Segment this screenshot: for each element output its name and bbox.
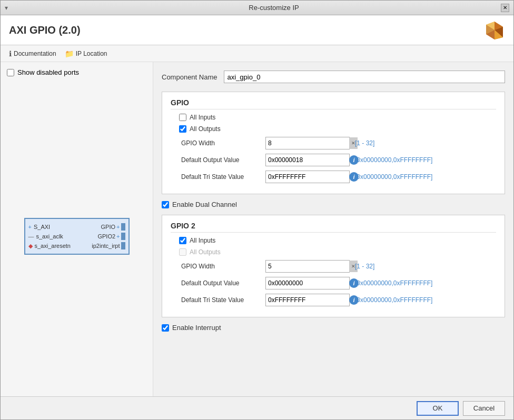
- gpio2-width-wrap: ✕ [1 - 32]: [265, 260, 374, 273]
- gpio2-default-tristate-row: Default Tri State Value i [0x00000000,0x…: [171, 294, 496, 306]
- cancel-button[interactable]: Cancel: [463, 401, 505, 416]
- default-output-input[interactable]: [266, 155, 349, 165]
- port-dash-2: —: [28, 233, 34, 239]
- gpio2-default-tristate-label: Default Tri State Value: [181, 296, 265, 304]
- close-button[interactable]: ✕: [501, 4, 509, 12]
- gpio-title: GPIO: [171, 98, 496, 109]
- component-name-label: Component Name: [162, 73, 218, 81]
- enable-dual-label: Enable Dual Channel: [172, 201, 237, 208]
- port-connector-2: +: [116, 233, 120, 239]
- default-output-range: [0x00000000,0xFFFFFFFF]: [355, 156, 432, 164]
- gpio2-width-field: ✕: [265, 260, 350, 273]
- default-tristate-row: Default Tri State Value i [0x00000000,0x…: [171, 171, 496, 183]
- port-bar-2: [121, 233, 125, 240]
- show-disabled-label: Show disabled ports: [17, 68, 79, 76]
- gpio-section: GPIO All Inputs All Outputs GPIO Width: [162, 92, 505, 194]
- gpio2-section: GPIO 2 All Inputs All Outputs GPIO Width: [162, 215, 505, 317]
- bottom-bar: OK Cancel: [1, 396, 513, 419]
- gpio2-default-tristate-field: i: [265, 294, 350, 306]
- enable-interrupt-checkbox[interactable]: [162, 324, 169, 332]
- right-panel: Component Name GPIO All Inputs All Outpu…: [153, 62, 513, 396]
- default-tristate-input[interactable]: [266, 172, 349, 182]
- gpio-width-field: ✕: [265, 137, 350, 149]
- component-name-row: Component Name: [162, 71, 505, 83]
- port-name-1: S_AXI: [34, 224, 50, 230]
- component-block: + S_AXI GPIO + — s_axi_aclk: [24, 218, 130, 255]
- default-output-row: Default Output Value i [0x00000000,0xFFF…: [171, 154, 496, 166]
- port-label-1: GPIO: [101, 224, 116, 230]
- gpio2-all-inputs-checkbox[interactable]: [179, 237, 186, 244]
- all-outputs-checkbox[interactable]: [179, 125, 186, 133]
- default-output-label: Default Output Value: [181, 156, 265, 164]
- port-row-3: ◆ s_axi_aresetn ip2intc_irpt: [28, 241, 125, 251]
- port-bar-1: [121, 223, 125, 231]
- show-disabled-row: Show disabled ports: [7, 68, 146, 76]
- port-label-2: GPIO2: [97, 233, 115, 239]
- default-output-field: i: [265, 154, 350, 166]
- port-label-3: ip2intc_irpt: [92, 243, 120, 249]
- gpio2-default-tristate-wrap: i [0x00000000,0xFFFFFFFF]: [265, 294, 432, 306]
- gpio-width-label: GPIO Width: [181, 139, 265, 147]
- gpio-width-wrap: ✕ [1 - 32]: [265, 137, 374, 149]
- gpio2-all-inputs-label: All Inputs: [190, 237, 215, 244]
- gpio2-width-range: [1 - 32]: [355, 263, 374, 270]
- gpio2-width-row: GPIO Width ✕ [1 - 32]: [171, 260, 496, 273]
- gpio-width-row: GPIO Width ✕ [1 - 32]: [171, 137, 496, 149]
- ip-location-link[interactable]: 📁 IP Location: [65, 49, 107, 58]
- gpio2-width-label: GPIO Width: [181, 263, 265, 270]
- left-panel: Show disabled ports + S_AXI GPIO +: [1, 62, 153, 396]
- component-preview: + S_AXI GPIO + — s_axi_aclk: [7, 83, 146, 390]
- doc-icon: ℹ: [9, 49, 12, 58]
- port-row-1: + S_AXI GPIO +: [28, 222, 125, 232]
- titlebar: ▾ Re-customize IP ✕: [1, 1, 513, 15]
- default-tristate-label: Default Tri State Value: [181, 173, 265, 181]
- enable-dual-row: Enable Dual Channel: [162, 201, 505, 208]
- content-area: Show disabled ports + S_AXI GPIO +: [1, 62, 513, 396]
- gpio-width-input[interactable]: [266, 138, 349, 148]
- enable-dual-checkbox[interactable]: [162, 201, 169, 208]
- port-left-2: — s_axi_aclk: [28, 233, 63, 239]
- gpio2-width-input[interactable]: [266, 262, 349, 271]
- port-left-1: + S_AXI: [28, 224, 51, 230]
- gpio2-all-outputs-row: All Outputs: [171, 248, 496, 256]
- ip-location-label: IP Location: [76, 50, 107, 57]
- show-disabled-checkbox[interactable]: [7, 69, 14, 76]
- all-outputs-label: All Outputs: [190, 125, 221, 133]
- port-diamond-3: ◆: [28, 243, 33, 249]
- default-output-wrap: i [0x00000000,0xFFFFFFFF]: [265, 154, 432, 166]
- titlebar-title: Re-customize IP: [47, 4, 501, 12]
- header-section: AXI GPIO (2.0): [1, 15, 513, 45]
- port-right-3: ip2intc_irpt: [92, 242, 125, 249]
- port-right-2: GPIO2 +: [97, 233, 125, 240]
- gpio2-default-output-label: Default Output Value: [181, 279, 265, 287]
- gpio2-default-output-row: Default Output Value i [0x00000000,0xFFF…: [171, 277, 496, 289]
- all-outputs-row: All Outputs: [171, 125, 496, 133]
- folder-icon: 📁: [65, 49, 74, 58]
- default-tristate-field: i: [265, 171, 350, 183]
- port-left-3: ◆ s_axi_aresetn: [28, 243, 71, 249]
- gpio2-default-tristate-input[interactable]: [266, 295, 349, 305]
- component-name-input[interactable]: [224, 71, 506, 83]
- port-plus-1: +: [28, 224, 32, 230]
- gpio2-all-inputs-row: All Inputs: [171, 237, 496, 244]
- documentation-label: Documentation: [14, 50, 56, 57]
- titlebar-left: ▾: [5, 4, 47, 12]
- gpio2-all-outputs-checkbox[interactable]: [179, 248, 186, 256]
- default-tristate-wrap: i [0x00000000,0xFFFFFFFF]: [265, 171, 432, 183]
- window-menu-icon[interactable]: ▾: [5, 4, 8, 12]
- port-connector-1: +: [116, 224, 120, 230]
- default-tristate-range: [0x00000000,0xFFFFFFFF]: [355, 173, 432, 181]
- all-inputs-checkbox[interactable]: [179, 114, 186, 121]
- gpio2-default-output-input[interactable]: [266, 278, 349, 288]
- gpio2-all-outputs-label: All Outputs: [190, 248, 221, 256]
- port-name-2: s_axi_aclk: [36, 233, 63, 239]
- gpio2-default-output-range: [0x00000000,0xFFFFFFFF]: [355, 279, 432, 287]
- ok-button[interactable]: OK: [417, 401, 459, 416]
- port-name-3: s_axi_aresetn: [35, 243, 71, 249]
- all-inputs-label: All Inputs: [190, 114, 215, 121]
- app-logo: [484, 19, 505, 41]
- all-inputs-row: All Inputs: [171, 114, 496, 121]
- port-row-2: — s_axi_aclk GPIO2 +: [28, 232, 125, 241]
- port-bar-3: [121, 242, 125, 249]
- documentation-link[interactable]: ℹ Documentation: [9, 49, 56, 58]
